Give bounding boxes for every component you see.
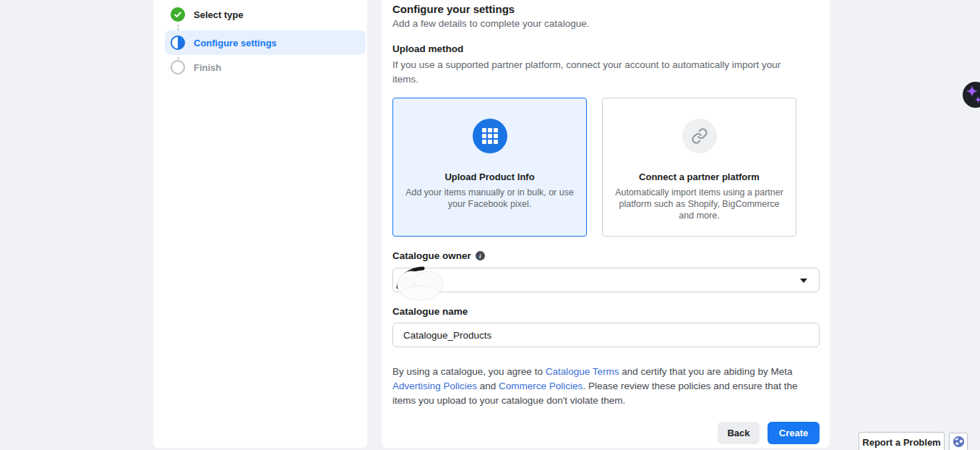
page-title: Configure your settings (392, 3, 515, 15)
page-subtitle: Add a few details to complete your catal… (392, 18, 589, 29)
catalogue-name-input[interactable] (392, 323, 820, 347)
catalogue-name-label-text: Catalogue name (392, 306, 468, 317)
commerce-policies-link[interactable]: Commerce Policies (499, 381, 583, 391)
caret-down-icon (800, 279, 807, 283)
legal-text: By using a catalogue, you agree to Catal… (392, 365, 820, 408)
catalogue-wizard-page: { "colors": { "background": "#f0f2f5", "… (0, 0, 980, 450)
stepper-connector-dot (177, 25, 179, 27)
language-selector-button[interactable] (949, 433, 968, 450)
card-description: Automatically import items using a partn… (613, 187, 786, 221)
back-button[interactable]: Back (718, 422, 760, 444)
upload-method-options: Upload Product Info Add your items manua… (392, 98, 796, 237)
stepper-item-label: Configure settings (194, 38, 277, 48)
configure-settings-panel: Configure your settings Add a few detail… (382, 0, 830, 448)
stepper-item-configure-settings[interactable]: Configure settings (165, 30, 366, 55)
upload-method-label: Upload method (392, 43, 463, 54)
create-button[interactable]: Create (768, 422, 820, 444)
stepper-item-select-type[interactable]: Select type (165, 2, 366, 27)
upload-method-description: If you use a supported partner platform,… (392, 58, 794, 87)
sparkles-icon (963, 82, 980, 108)
legal-text-part: and certify that you are abiding by Meta (619, 366, 792, 377)
catalogue-owner-select[interactable] (392, 268, 820, 292)
half-filled-circle-icon (171, 35, 185, 50)
check-circle-icon (171, 7, 185, 22)
catalogue-owner-label-text: Catalogue owner (392, 250, 471, 261)
redacted-owner-value (391, 261, 452, 302)
legal-text-part: By using a catalogue, you agree to (392, 366, 546, 377)
empty-circle-icon (171, 60, 185, 75)
catalogue-terms-link[interactable]: Catalogue Terms (546, 366, 619, 377)
upload-product-info-card[interactable]: Upload Product Info Add your items manua… (392, 98, 587, 237)
stepper-sidebar: Select type Configure settings Finish (153, 0, 367, 448)
stepper-item-label: Select type (194, 9, 244, 20)
stepper-item-finish: Finish (165, 55, 366, 80)
meta-ai-button[interactable] (963, 82, 980, 108)
grid-icon (473, 119, 507, 153)
card-description: Add your items manually or in bulk, or u… (403, 187, 577, 210)
card-title: Connect a partner platform (639, 171, 760, 182)
catalogue-name-label: Catalogue name (392, 306, 468, 317)
link-icon (682, 119, 717, 153)
advertising-policies-link[interactable]: Advertising Policies (392, 381, 477, 391)
catalogue-owner-label: Catalogue owner i (392, 250, 485, 261)
report-a-problem-button[interactable]: Report a Problem (859, 432, 945, 450)
connect-partner-platform-card[interactable]: Connect a partner platform Automatically… (602, 98, 796, 237)
globe-icon (953, 436, 965, 448)
legal-text-part: and (477, 381, 499, 391)
info-icon[interactable]: i (476, 251, 485, 260)
stepper-item-label: Finish (194, 62, 221, 73)
card-title: Upload Product Info (444, 171, 534, 182)
wizard-actions: Back Create (718, 422, 820, 444)
